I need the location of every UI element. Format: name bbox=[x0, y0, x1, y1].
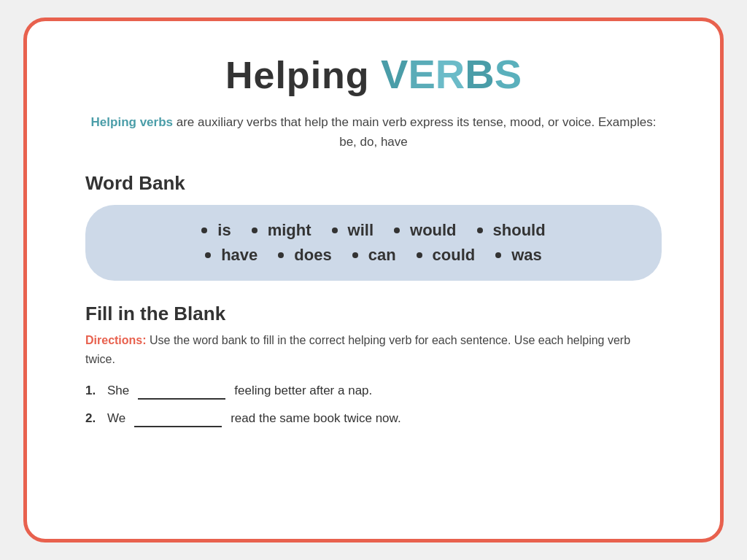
sentence-2-after: read the same book twice now. bbox=[231, 411, 400, 426]
sentence-list: 1. She feeling better after a nap. 2. We… bbox=[85, 384, 662, 427]
title-helping: Helping bbox=[225, 54, 381, 96]
sentence-1-before: She bbox=[107, 384, 129, 398]
bullet-icon bbox=[495, 252, 501, 258]
title-area: Helping VERBS bbox=[85, 50, 662, 98]
bullet-icon bbox=[417, 252, 422, 258]
word-is: is bbox=[191, 221, 241, 240]
word-bank-row-1: is might will would should bbox=[115, 218, 632, 243]
subtitle-highlight: Helping verbs bbox=[91, 115, 173, 129]
word-bank-title: Word Bank bbox=[85, 172, 662, 195]
title-b: B bbox=[465, 51, 494, 97]
page-title: Helping VERBS bbox=[85, 50, 662, 98]
sentence-1-after: feeling better after a nap. bbox=[234, 384, 372, 398]
bullet-icon bbox=[278, 252, 284, 258]
bullet-icon bbox=[201, 228, 207, 233]
sentence-2-before: We bbox=[107, 411, 125, 426]
bullet-icon bbox=[252, 228, 258, 233]
word-can: can bbox=[342, 246, 406, 265]
page-container: Helping VERBS Helping verbs are auxiliar… bbox=[23, 18, 724, 542]
title-r: R bbox=[436, 51, 465, 97]
word-bank-box: is might will would should have bbox=[85, 205, 662, 281]
directions: Directions: Use the word bank to fill in… bbox=[85, 331, 662, 368]
title-v: V bbox=[381, 51, 408, 97]
bullet-icon bbox=[394, 228, 400, 233]
directions-text: Use the word bank to fill in the correct… bbox=[85, 334, 630, 365]
sentence-number-1: 1. bbox=[85, 384, 103, 398]
bullet-icon bbox=[332, 228, 338, 233]
word-will: will bbox=[322, 221, 384, 240]
title-s: S bbox=[495, 51, 522, 97]
fill-blank-section: Fill in the Blank Directions: Use the wo… bbox=[85, 303, 662, 427]
sentence-2-blank[interactable] bbox=[134, 411, 222, 427]
directions-label: Directions: bbox=[85, 334, 147, 346]
sentence-2: 2. We read the same book twice now. bbox=[85, 411, 662, 427]
bullet-icon bbox=[352, 252, 358, 258]
sentence-number-2: 2. bbox=[85, 411, 103, 426]
word-was: was bbox=[485, 246, 552, 265]
sentence-1: 1. She feeling better after a nap. bbox=[85, 384, 662, 400]
subtitle: Helping verbs are auxiliary verbs that h… bbox=[85, 112, 662, 152]
sentence-1-blank[interactable] bbox=[138, 384, 225, 400]
word-does: does bbox=[268, 246, 341, 265]
word-could: could bbox=[406, 246, 486, 265]
title-e: E bbox=[408, 51, 435, 97]
subtitle-rest: are auxiliary verbs that help the main v… bbox=[173, 115, 656, 149]
fill-blank-title: Fill in the Blank bbox=[85, 303, 662, 325]
word-might: might bbox=[241, 221, 322, 240]
word-have: have bbox=[195, 246, 268, 265]
bullet-icon bbox=[477, 228, 483, 233]
bullet-icon bbox=[205, 252, 211, 258]
word-bank-row-2: have does can could was bbox=[115, 243, 632, 268]
word-should: should bbox=[467, 221, 556, 240]
word-would: would bbox=[384, 221, 467, 240]
